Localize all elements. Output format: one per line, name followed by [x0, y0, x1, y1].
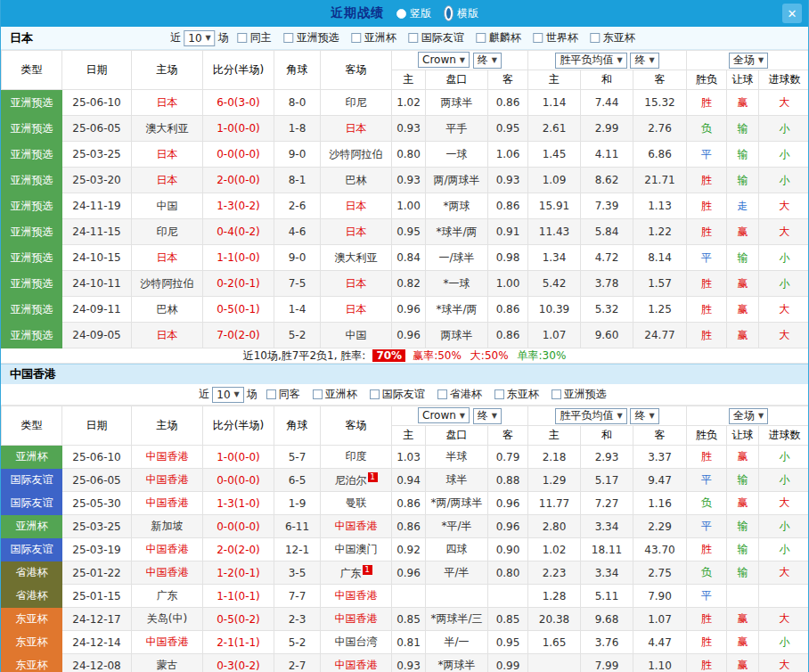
filter-checkbox[interactable]: 麒麟杯	[477, 30, 521, 45]
cell-goals: 小	[759, 245, 809, 271]
checkbox-icon	[370, 389, 380, 399]
avg-group-header: 胜平负均值▼ 终▼	[528, 406, 687, 426]
chevron-down-icon: ▼	[758, 56, 764, 64]
table-row: 亚洲杯25-03-25新加坡0-0(0-0)6-11中国香港0.86*平/半0.…	[2, 515, 809, 538]
cell-score: 1-1(0-1)	[203, 585, 274, 608]
cell-avg-away: 2.75	[633, 561, 687, 585]
cell-type: 亚洲预选	[2, 193, 62, 219]
cell-away: 日本	[321, 271, 392, 297]
cell-avg-draw: 18.11	[581, 538, 633, 561]
cell-avg-away: 2.29	[633, 515, 687, 538]
filter-checkbox[interactable]: 亚洲杯	[313, 387, 357, 402]
cell-date: 25-03-19	[62, 538, 132, 561]
cell-handicap-result: 赢	[727, 90, 759, 116]
scope-select[interactable]: 全场▼	[729, 53, 768, 69]
cell-type: 亚洲预选	[2, 271, 62, 297]
cell-avg-away: 1.07	[633, 608, 687, 631]
match-count-select[interactable]: 10▼	[184, 30, 215, 46]
cell-date: 25-06-05	[62, 469, 132, 492]
table-row: 东亚杯24-12-17关岛(中)0-5(0-2)2-3中国香港0.85*两球半/…	[2, 608, 809, 631]
team-label: 日本	[157, 96, 178, 109]
cell-odds-away: 0.85	[488, 608, 528, 631]
near-label: 近	[170, 30, 181, 45]
team-name-japan: 日本	[10, 30, 33, 46]
team-label: 巴林	[346, 174, 367, 186]
filter-checkbox[interactable]: 亚洲预选	[284, 30, 339, 45]
col-type: 类型	[2, 406, 62, 446]
cell-avg-draw: 8.62	[581, 168, 633, 193]
scope-group-header: 全场▼	[687, 406, 809, 426]
filter-checkbox[interactable]: 东亚杯	[591, 30, 635, 45]
filter-label: 亚洲杯	[325, 387, 357, 402]
cell-away: 日本	[321, 193, 392, 219]
odds-final-select[interactable]: 终▼	[473, 408, 502, 424]
cell-handicap	[426, 585, 488, 608]
cell-corners: 5-7	[274, 446, 321, 469]
filter-checkbox[interactable]: 国际友谊	[370, 387, 425, 402]
filter-checkbox[interactable]: 东亚杯	[494, 387, 539, 402]
filter-checkbox[interactable]: 亚洲杯	[352, 30, 396, 45]
table-row: 国际友谊25-05-30中国香港1-3(1-0)1-9曼联0.86*两/两球半0…	[2, 492, 809, 515]
cell-date: 24-09-11	[62, 297, 132, 323]
cell-away: 广东1	[321, 561, 392, 585]
filter-checkbox[interactable]: 亚洲预选	[552, 387, 607, 402]
avg-odds-select[interactable]: 胜平负均值▼	[555, 53, 626, 69]
cell-odds-away: 0.99	[488, 654, 528, 672]
odds-final-select[interactable]: 终▼	[473, 53, 502, 69]
filter-checkbox[interactable]: 同客	[266, 387, 300, 402]
cell-goals: 大	[759, 492, 809, 515]
team-label: 中国澳门	[335, 543, 378, 555]
cell-odds-away	[488, 585, 528, 608]
radio-selected-icon	[444, 5, 454, 21]
filter-checkbox[interactable]: 省港杯	[437, 387, 482, 402]
close-button[interactable]: ✕	[782, 4, 802, 23]
cell-date: 25-01-15	[62, 585, 132, 608]
odds-group-header: Crown▼ 终▼	[392, 51, 528, 70]
avg-odds-select[interactable]: 胜平负均值▼	[555, 408, 626, 424]
cell-avg-home: 1.34	[528, 245, 581, 271]
cell-handicap-result: 赢	[727, 323, 759, 348]
cell-handicap-result: 输	[727, 538, 759, 561]
bookmaker-select[interactable]: Crown▼	[418, 52, 470, 68]
section-header-hongkong: 中国香港	[1, 364, 808, 384]
col-date: 日期	[62, 406, 132, 446]
cell-handicap: *平/半	[426, 515, 488, 538]
filter-checkbox[interactable]: 同主	[238, 30, 272, 45]
cell-handicap-result: 赢	[727, 631, 759, 654]
cell-avg-away: 15.32	[633, 90, 687, 116]
cell-avg-away: 2.76	[633, 116, 687, 142]
avg-final-select[interactable]: 终▼	[630, 53, 658, 69]
filter-checkbox[interactable]: 国际友谊	[409, 30, 464, 45]
cell-odds-home: 1.00	[392, 193, 426, 219]
team-label: 中国香港	[146, 543, 189, 555]
filter-checkbox[interactable]: 世界杯	[534, 30, 578, 45]
cell-avg-draw: 9.68	[581, 608, 633, 631]
cell-avg-away: 43.70	[633, 538, 687, 561]
col-odds-away: 客	[488, 70, 528, 90]
col-handicap-result: 让球	[727, 426, 759, 446]
cell-odds-away: 0.86	[488, 193, 528, 219]
match-count-select[interactable]: 10▼	[212, 387, 243, 403]
summary-stat: 赢率:50%	[413, 348, 462, 364]
cell-avg-away: 8.14	[633, 245, 687, 271]
filter-label: 国际友谊	[421, 30, 464, 45]
cell-home: 日本	[132, 245, 203, 271]
cell-home: 新加坡	[132, 515, 203, 538]
matches-label: 场	[218, 30, 229, 45]
cell-handicap: 一/球半	[426, 245, 488, 271]
avg-value: 胜平负均值	[560, 53, 613, 68]
cell-goals: 小	[759, 538, 809, 561]
layout-horizontal-radio[interactable]: 横版	[444, 5, 478, 21]
avg-final-select[interactable]: 终▼	[630, 408, 658, 424]
cell-avg-away: 6.86	[633, 142, 687, 168]
cell-result: 平	[687, 142, 727, 168]
col-result: 胜负	[687, 426, 727, 446]
scope-value: 全场	[733, 408, 755, 423]
cell-away: 中国香港	[321, 608, 392, 631]
layout-vertical-radio[interactable]: 竖版	[396, 6, 431, 21]
bookmaker-select[interactable]: Crown▼	[418, 407, 470, 423]
cell-odds-home: 0.82	[392, 271, 426, 297]
scope-select[interactable]: 全场▼	[729, 408, 768, 424]
cell-away: 曼联	[321, 492, 392, 515]
team-label: 蒙古	[157, 659, 178, 671]
